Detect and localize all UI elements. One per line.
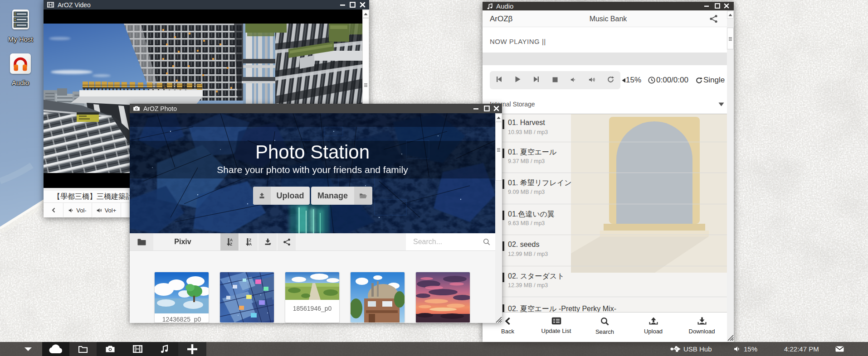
svg-text:Z: Z — [230, 242, 232, 246]
svg-text:A: A — [249, 242, 252, 246]
